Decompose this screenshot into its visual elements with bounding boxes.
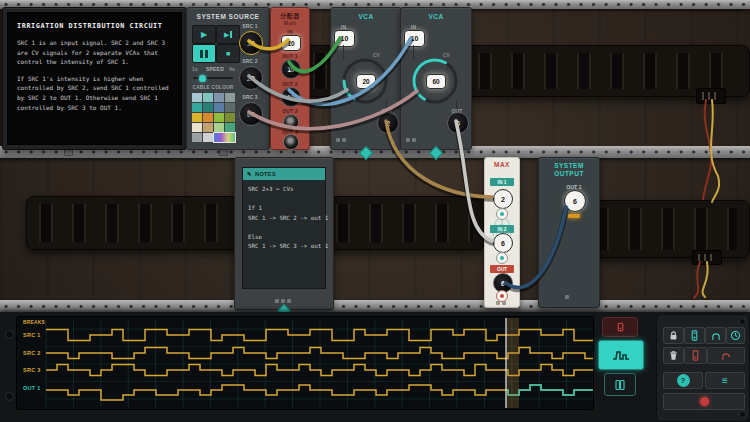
cable-colour-swatch[interactable] [214,103,224,112]
system-source-module[interactable]: SYSTEM SOURCE ▶ ▶ ■ 1x SPEED 4x CABLE CO… [186,7,270,150]
stop-button[interactable]: ■ [216,44,240,63]
cable-colour-swatch[interactable] [192,123,202,132]
cable-colour-swatch[interactable] [192,113,202,122]
delete-cable-button[interactable] [707,347,745,364]
note-line: SRC 1 -> SRC 3 -> out 1 [248,242,320,252]
vca2-cv-value[interactable]: 60 [426,74,446,89]
lock-icon [668,330,679,341]
system-output-module[interactable]: SYSTEM OUTPUT OUT 1 6 [538,157,600,308]
notes-body[interactable]: SRC 2+3 = CVs If 1SRC 1 -> SRC 2 -> out … [243,180,325,257]
max-in2-knob[interactable]: 6 [493,233,513,253]
delete-module-icon [690,350,701,361]
panel-screw [5,330,14,339]
pause-button[interactable] [192,44,216,63]
rack-view-icon [614,379,626,391]
mult-title-en: Mult [271,20,309,26]
note-line: SRC 2+3 = CVs [248,185,320,195]
add-module-icon [689,330,700,341]
step-button[interactable]: ▶ [216,25,240,44]
cable-colour-swatch[interactable] [203,113,213,122]
panel-screw [5,392,14,401]
power-connector-top [696,88,726,104]
speed-slider-thumb[interactable] [199,75,206,82]
step-icon-bar [230,31,232,38]
vca2-module[interactable]: VCA IN 10 CV 60 OUT 6 [400,7,472,150]
cable-colour-swatch[interactable] [225,93,235,102]
speed-max-label: 4x [229,66,235,72]
sysout-led [568,214,580,218]
panel-screw [739,411,746,418]
step-icon: ▶ [224,31,229,39]
max-in1-knob[interactable]: 2 [493,189,513,209]
notes-module[interactable]: ✎ NOTES SRC 2+3 = CVs If 1SRC 1 -> SRC 2… [234,157,334,310]
cable-colour-swatch[interactable] [203,123,213,132]
src1-label: SRC 1 [239,23,261,29]
notes-screen[interactable]: ✎ NOTES SRC 2+3 = CVs If 1SRC 1 -> SRC 2… [242,167,326,289]
speed-label: SPEED [204,66,226,72]
cable-colour-swatch[interactable] [225,123,235,132]
rack-view-button[interactable] [604,373,636,396]
history-clock-icon [730,330,741,341]
instruction-screen: IRRIGATION DISTRIBUTION CIRCUIT SRC 1 is… [7,12,182,145]
record-button[interactable] [663,393,745,410]
vca2-title: VCA [401,13,471,20]
playhead-band [506,318,519,408]
delete-cable-icon [720,350,732,361]
src3-label: SRC 3 [239,94,261,100]
help-button[interactable]: ? [663,372,703,389]
cable-colour-swatch[interactable] [225,103,235,112]
module-footer-icons [565,295,569,299]
stop-icon: ■ [226,50,230,57]
lock-button[interactable] [663,327,684,344]
max-in2-port[interactable] [496,252,508,264]
cable-colour-swatch[interactable] [192,133,202,142]
record-icon [700,397,709,406]
system-source-title: SYSTEM SOURCE [187,13,269,20]
cable-colour-swatch[interactable] [214,123,224,132]
scope-view-icon [612,349,630,362]
max-in1-label: IN 1 [490,178,514,186]
cable-colour-swatch[interactable] [225,113,235,122]
scope-view-button[interactable] [598,340,644,370]
menu-button[interactable]: ≡ [705,372,745,389]
instruction-screen-module[interactable]: IRRIGATION DISTRIBUTION CIRCUIT SRC 1 is… [2,7,187,150]
max-title: MAX [485,161,519,168]
cable-colour-label: CABLE COLOUR [190,85,236,90]
notes-title: NOTES [255,171,276,177]
oscilloscope-screen: BREAKS SRC 1 SRC 2 SRC 3 OUT 1 [16,316,594,410]
cable-colour-palette [192,93,236,142]
system-output-title-2: OUTPUT [539,170,599,177]
max-in2-label: IN 2 [490,225,514,233]
cable-colour-swatch[interactable] [203,103,213,112]
delete-module-button[interactable] [684,347,707,364]
puzzle-title: IRRIGATION DISTRIBUTION CIRCUIT [17,22,172,30]
cable-colour-swatch[interactable] [214,113,224,122]
system-output-title-1: SYSTEM [539,162,599,169]
game-rack-view: IRRIGATION DISTRIBUTION CIRCUIT SRC 1 is… [0,0,750,422]
vca1-title: VCA [331,13,401,20]
busboard-middle-right [582,200,750,258]
help-icon: ? [677,374,690,387]
trash-button[interactable] [663,347,684,364]
notes-header: ✎ NOTES [243,168,325,180]
add-module-button[interactable] [684,327,705,344]
cable-colour-swatch[interactable] [203,133,213,142]
note-line: SRC 1 -> SRC 2 -> out 1 [248,214,320,224]
cable-colour-swatch-random[interactable] [214,133,235,142]
cable-colour-swatch[interactable] [192,93,202,102]
max-in1-port[interactable] [496,208,508,220]
note-line: If 1 [248,204,320,214]
note-line: Else [248,233,320,243]
puzzle-description-1: SRC 1 is an input signal. SRC 2 and SRC … [17,38,172,67]
cable-colour-swatch[interactable] [192,103,202,112]
control-panel: ? ≡ [656,314,750,422]
play-button[interactable]: ▶ [192,25,216,44]
cable-colour-swatch[interactable] [214,93,224,102]
note-line [248,223,320,233]
history-button[interactable] [726,327,745,344]
breaks-alert-button[interactable] [602,317,638,337]
mult-out4-jack[interactable] [283,134,299,150]
panel-screw [739,318,746,325]
cable-colour-swatch[interactable] [203,93,213,102]
add-cable-button[interactable] [705,327,726,344]
